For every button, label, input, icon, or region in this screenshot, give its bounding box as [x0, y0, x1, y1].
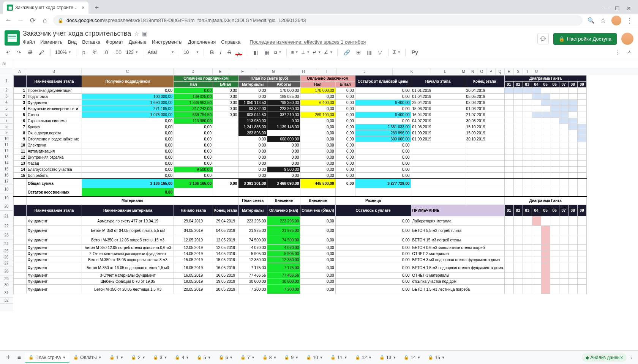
row-header-27[interactable]: 27 — [0, 260, 13, 266]
sheet-tab-9[interactable]: 🔒9▼ — [280, 353, 302, 362]
col-header-G[interactable]: G — [257, 68, 290, 75]
row-header-20[interactable]: 20 — [0, 202, 13, 211]
sheets-logo-icon[interactable] — [5, 30, 20, 46]
col-header-B[interactable]: B — [26, 68, 82, 75]
share-button[interactable]: 🔒Настройки Доступа — [553, 33, 617, 45]
col-header-O[interactable]: O — [477, 68, 486, 75]
col-header-F[interactable]: F — [228, 68, 257, 75]
row-header-9[interactable]: 9 — [0, 130, 13, 136]
chevron-down-icon[interactable]: ▼ — [417, 356, 421, 359]
rotate-icon[interactable]: ∠▼ — [324, 50, 333, 55]
sheet-tab-5[interactable]: 🔒5▼ — [193, 353, 215, 362]
nav-home-icon[interactable]: ⌂ — [41, 16, 49, 24]
row-header-32[interactable]: 32 — [0, 298, 13, 304]
borders-icon[interactable]: ▦ — [263, 48, 271, 57]
browser-menu-icon[interactable]: ⋮ — [626, 16, 633, 25]
account-avatar[interactable] — [621, 33, 633, 45]
chart-icon[interactable]: ▥ — [365, 48, 373, 57]
sidebar-collapse-icon[interactable]: ‹ — [627, 355, 635, 360]
new-tab-button[interactable]: + — [92, 2, 102, 13]
chevron-down-icon[interactable]: ▼ — [273, 356, 277, 359]
format-select[interactable]: 123▼ — [126, 50, 138, 55]
col-header-R[interactable]: R — [505, 68, 514, 75]
row-header-4[interactable]: 4 — [0, 99, 13, 106]
row-header-19[interactable]: 19 — [0, 194, 13, 202]
col-header-D[interactable]: D — [174, 68, 213, 75]
window-close-icon[interactable]: ✕ — [627, 5, 631, 11]
col-header-M[interactable]: M — [459, 68, 468, 75]
chevron-down-icon[interactable]: ▼ — [208, 356, 211, 359]
chevron-down-icon[interactable]: ▼ — [62, 356, 66, 359]
menu-инструменты[interactable]: Инструменты — [152, 39, 183, 45]
row-header-5[interactable]: 5 — [0, 106, 13, 112]
row-header-18[interactable]: 18 — [0, 184, 13, 194]
halign-icon[interactable]: ≡▼ — [291, 50, 298, 55]
chevron-down-icon[interactable]: ▼ — [251, 356, 255, 359]
row-header-2[interactable]: 2 — [0, 87, 13, 93]
redo-icon[interactable]: ↷ — [15, 48, 23, 57]
menu-изменить[interactable]: Изменить — [40, 39, 63, 45]
font-select[interactable]: Arial▼ — [148, 50, 174, 55]
sheet-tab-13[interactable]: 🔒13▼ — [376, 353, 400, 362]
row-header-30[interactable]: 30 — [0, 282, 13, 288]
menu-вставка[interactable]: Вставка — [82, 39, 100, 45]
row-header-21[interactable]: 21 — [0, 211, 13, 222]
comment-icon[interactable]: ⊞ — [355, 48, 362, 57]
row-header-6[interactable]: 6 — [0, 112, 13, 118]
sheet-tab-2[interactable]: 🔒2▼ — [127, 353, 149, 362]
document-title[interactable]: Заказчик учет хода строительства — [23, 30, 131, 38]
row-header-10[interactable]: 10 — [0, 136, 13, 142]
menu-данные[interactable]: Данные — [129, 39, 147, 45]
col-header-K[interactable]: K — [393, 68, 431, 75]
col-header-L[interactable]: L — [431, 68, 459, 75]
sheet-tab-7[interactable]: 🔒7▼ — [237, 353, 259, 362]
chevron-down-icon[interactable]: ▼ — [164, 356, 167, 359]
row-header-14[interactable]: 14 — [0, 160, 13, 166]
sheet-tab-1[interactable]: 🔒1▼ — [106, 353, 128, 362]
chevron-down-icon[interactable]: ▼ — [98, 356, 102, 359]
star-icon[interactable]: ☆ — [599, 16, 607, 25]
col-header-N[interactable]: N — [468, 68, 477, 75]
chevron-down-icon[interactable]: ▼ — [229, 356, 233, 359]
chevron-down-icon[interactable]: ▼ — [344, 356, 347, 359]
row-header-8[interactable]: 8 — [0, 124, 13, 130]
functions-icon[interactable]: Σ▼ — [393, 50, 400, 55]
row-header-15[interactable]: 15 — [0, 166, 13, 172]
spreadsheet-grid[interactable]: ABCDEFGHIJKLMNOPQRSTU 123456789101112131… — [0, 68, 638, 311]
comments-button[interactable]: 💬 — [537, 33, 549, 44]
col-header-T[interactable]: T — [523, 68, 532, 75]
paint-format-icon[interactable]: 🖌 — [37, 48, 46, 57]
select-all-corner[interactable] — [0, 68, 13, 75]
wrap-icon[interactable]: ↵▼ — [313, 50, 321, 55]
search-icon[interactable]: 🔍 — [587, 17, 595, 24]
chevron-down-icon[interactable]: ▼ — [295, 356, 298, 359]
menu-справка[interactable]: Справка — [221, 39, 240, 45]
bold-icon[interactable]: B — [208, 48, 215, 57]
merge-icon[interactable]: ⧉▼ — [274, 50, 282, 55]
chevron-down-icon[interactable]: ▼ — [319, 356, 323, 359]
col-header-P[interactable]: P — [486, 68, 496, 75]
percent-icon[interactable]: % — [91, 48, 99, 57]
sheet-tab-12[interactable]: 🔒12▼ — [351, 353, 376, 362]
print-icon[interactable]: 🖶 — [26, 48, 34, 57]
col-header-U[interactable]: U — [532, 68, 541, 75]
row-header-13[interactable]: 13 — [0, 154, 13, 160]
row-header-24[interactable]: 24 — [0, 240, 13, 248]
row-header-11[interactable]: 11 — [0, 142, 13, 148]
last-edit-link[interactable]: Последнее изменение: effective spaces 1 … — [250, 39, 366, 45]
col-header-Q[interactable]: Q — [496, 68, 505, 75]
row-header-12[interactable]: 12 — [0, 148, 13, 154]
col-header-C[interactable]: C — [82, 68, 174, 75]
sheet-tab-Оплаты[interactable]: 🔒Оплаты▼ — [69, 353, 105, 362]
text-color-icon[interactable]: A — [235, 50, 242, 55]
row-header-29[interactable]: 29 — [0, 276, 13, 282]
valign-icon[interactable]: ⊥▼ — [301, 50, 310, 55]
chevron-down-icon[interactable]: ▼ — [120, 356, 123, 359]
collapse-icon[interactable]: ㅅ — [625, 47, 633, 57]
chevron-down-icon[interactable]: ▼ — [393, 356, 396, 359]
menu-файл[interactable]: Файл — [23, 39, 35, 45]
sheet-tab-4[interactable]: 🔒4▼ — [171, 353, 193, 362]
row-header-25[interactable]: 25 — [0, 248, 13, 254]
zoom-select[interactable]: 100%▼ — [55, 50, 71, 55]
window-maximize-icon[interactable]: ☐ — [615, 5, 620, 11]
